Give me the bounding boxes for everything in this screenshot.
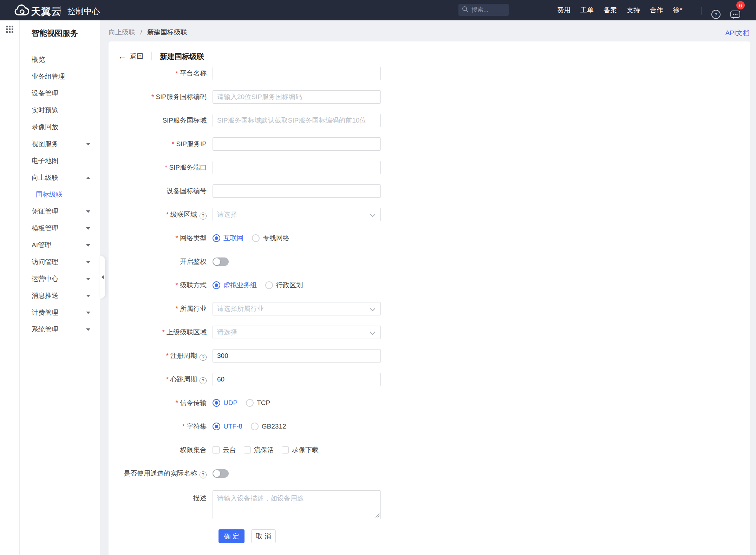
sidebar-item-operations[interactable]: 运营中心 [20, 270, 100, 287]
radio-private-line[interactable]: 专线网络 [252, 234, 289, 243]
checkbox-recording-download[interactable]: 录像下载 [282, 445, 319, 455]
nav-item-support[interactable]: 支持 [627, 6, 640, 15]
sip-gb-domain-input[interactable] [213, 114, 381, 127]
help-circle-icon[interactable]: ? [200, 213, 207, 220]
page-title: 新建国标级联 [160, 52, 204, 61]
sip-port-input[interactable] [213, 161, 381, 174]
sidebar-collapse-handle[interactable] [100, 256, 105, 299]
breadcrumb-parent[interactable]: 向上级联 [109, 28, 135, 36]
register-cycle-input[interactable] [213, 349, 381, 363]
chevron-down-icon [86, 278, 90, 280]
cancel-button[interactable]: 取 消 [251, 529, 276, 543]
form-row: *网络类型 互联网 专线网络 [109, 231, 750, 245]
help-circle-icon[interactable]: ? [200, 354, 207, 361]
parent-cascade-region-select[interactable]: 请选择 [213, 326, 381, 339]
nav-item-partner[interactable]: 合作 [650, 6, 663, 15]
heartbeat-cycle-input[interactable] [213, 373, 381, 386]
help-circle-icon[interactable]: ? [200, 377, 207, 384]
help-circle-icon[interactable]: ? [200, 471, 207, 478]
checkbox-ptz[interactable]: 云台 [213, 445, 236, 455]
page-header: ← 返回 新建国标级联 [109, 41, 750, 62]
radio-selected-icon [213, 399, 220, 407]
chevron-down-icon [86, 227, 90, 230]
sip-gb-code-input[interactable] [213, 90, 381, 104]
form-row: *SIP服务IP [109, 137, 750, 151]
breadcrumb-current: 新建国标级联 [147, 28, 187, 36]
nav-item-fees[interactable]: 费用 [557, 6, 571, 15]
radio-utf8[interactable]: UTF-8 [213, 423, 242, 430]
apps-grid-icon[interactable] [6, 26, 14, 34]
form-row: 是否使用通道的实际名称? [109, 467, 750, 480]
radio-unselected-icon [246, 399, 254, 407]
form-row: 权限集合 云台 流保活 录像下载 [109, 443, 750, 457]
form-card: ← 返回 新建国标级联 *平台名称 *SIP服务国标编码 SIP服务国标域 [109, 41, 750, 555]
form-row: *所属行业 请选择所属行业 [109, 302, 750, 315]
radio-gb2312[interactable]: GB2312 [251, 423, 286, 430]
title-divider [151, 52, 152, 60]
help-icon[interactable]: ? [711, 9, 721, 21]
radio-tcp[interactable]: TCP [246, 399, 270, 407]
sidebar-menu: 概览 业务组管理 设备管理 实时预览 录像回放 视图服务 电子地图 向上级联 国… [20, 51, 100, 338]
form-row: *SIP服务国标编码 [109, 90, 750, 104]
sidebar: 智能视图服务 概览 业务组管理 设备管理 实时预览 录像回放 视图服务 电子地图… [20, 20, 100, 555]
confirm-button[interactable]: 确 定 [219, 529, 245, 543]
radio-unselected-icon [251, 423, 259, 430]
form-row: *字符集 UTF-8 GB2312 [109, 420, 750, 433]
header-divider [702, 7, 702, 15]
search-icon [462, 6, 468, 14]
radio-internet[interactable]: 互联网 [213, 234, 243, 243]
sidebar-item-emap[interactable]: 电子地图 [20, 152, 100, 169]
sidebar-item-playback[interactable]: 录像回放 [20, 119, 100, 136]
breadcrumb: 向上级联 / 新建国标级联 [109, 28, 187, 37]
cascade-form: *平台名称 *SIP服务国标编码 SIP服务国标域 *SIP服务IP *SIP服… [109, 67, 750, 543]
chevron-down-icon [86, 261, 90, 263]
sidebar-item-templates[interactable]: 模板管理 [20, 220, 100, 237]
main-content: 向上级联 / 新建国标级联 API文档 ← 返回 新建国标级联 *平台名称 *S… [100, 20, 756, 555]
use-real-channel-name-toggle-off[interactable] [213, 469, 229, 478]
sidebar-title: 智能视图服务 [20, 20, 100, 39]
platform-name-input[interactable] [213, 67, 381, 80]
checkbox-unchecked-icon [282, 446, 289, 453]
sip-ip-input[interactable] [213, 137, 381, 151]
checkbox-unchecked-icon [244, 446, 251, 453]
api-doc-link[interactable]: API文档 [725, 28, 749, 38]
chevron-down-icon [86, 210, 90, 213]
description-textarea[interactable] [213, 490, 381, 519]
back-arrow-icon[interactable]: ← [118, 52, 127, 61]
form-row: 设备国标编号 [109, 184, 750, 198]
nav-item-tickets[interactable]: 工单 [580, 6, 594, 15]
radio-selected-icon [213, 423, 220, 430]
sidebar-item-access[interactable]: 访问管理 [20, 254, 100, 270]
user-menu[interactable]: 徐* [673, 6, 682, 15]
radio-administrative-division[interactable]: 行政区划 [265, 281, 303, 290]
nav-item-filing[interactable]: 备案 [604, 6, 617, 15]
sidebar-item-business-groups[interactable]: 业务组管理 [20, 68, 100, 85]
messages-icon[interactable] [730, 10, 741, 21]
sidebar-item-billing[interactable]: 计费管理 [20, 304, 100, 321]
radio-virtual-business-group[interactable]: 虚拟业务组 [213, 281, 257, 290]
sidebar-item-system[interactable]: 系统管理 [20, 321, 100, 338]
radio-unselected-icon [265, 281, 273, 289]
device-gb-number-input[interactable] [213, 184, 381, 198]
sidebar-item-gb-cascade-active[interactable]: 国标级联 [20, 186, 100, 203]
cascade-region-select[interactable]: 请选择 [213, 208, 381, 221]
sidebar-item-view-service[interactable]: 视图服务 [20, 136, 100, 152]
auth-toggle-off[interactable] [213, 257, 229, 266]
svg-text:?: ? [715, 12, 717, 18]
sidebar-item-push[interactable]: 消息推送 [20, 287, 100, 304]
sidebar-item-devices[interactable]: 设备管理 [20, 85, 100, 102]
checkbox-stream-keepalive[interactable]: 流保活 [244, 445, 274, 455]
sidebar-item-live-preview[interactable]: 实时预览 [20, 102, 100, 119]
search-input[interactable] [471, 6, 506, 14]
radio-udp[interactable]: UDP [213, 399, 237, 407]
back-button[interactable]: 返回 [130, 52, 143, 61]
sidebar-item-overview[interactable]: 概览 [20, 51, 100, 68]
left-rail [0, 20, 20, 555]
industry-select[interactable]: 请选择所属行业 [213, 302, 381, 315]
sidebar-item-credentials[interactable]: 凭证管理 [20, 203, 100, 220]
brand-name: 天翼云 [31, 5, 61, 18]
header-search[interactable] [458, 4, 509, 16]
form-row: *平台名称 [109, 67, 750, 80]
sidebar-item-upstream-cascade[interactable]: 向上级联 [20, 169, 100, 186]
sidebar-item-ai[interactable]: AI管理 [20, 237, 100, 254]
